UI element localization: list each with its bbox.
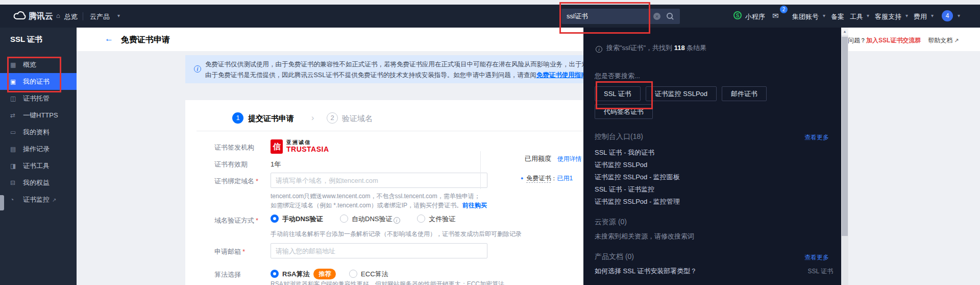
nav-divider [83, 12, 83, 20]
nav-mini-program[interactable]: 小程序 [745, 12, 765, 21]
radio-icon [417, 215, 425, 223]
suggest-tags-row1: SSL 证书证书监控 SSLPod邮件证书 [595, 86, 772, 101]
help-doc-link[interactable]: 帮助文档 [928, 37, 952, 44]
console-see-more-link[interactable]: 查看更多 [804, 133, 829, 142]
radio-label: RSA算法 [282, 270, 309, 278]
sidebar-item-overview[interactable]: ▦概览 [0, 56, 77, 73]
nav-group-account[interactable]: 集团账号 [792, 12, 819, 21]
required-asterisk: * [256, 217, 258, 224]
folder-icon: ▭ [10, 124, 18, 141]
sidebar-item-one-click-https[interactable]: ⇄一键HTTPS [0, 107, 77, 124]
nav-billing[interactable]: 费用 [914, 12, 927, 21]
algo-help: RSA对浏览器和客户端的兼容性更好，但对网站服务器的性能开销更大；ECC加密算法 [271, 280, 504, 285]
console-entry-item[interactable]: SSL 证书 - 我的证书 [595, 148, 654, 157]
brand-name[interactable]: 腾讯云 [29, 11, 53, 22]
buy-paid-cert-link[interactable]: 前往购买 [462, 202, 487, 209]
quota-used-label: 已用额度 [525, 155, 551, 162]
chevron-down-icon: ▾ [931, 13, 934, 18]
tag-ssl-cert[interactable]: SSL 证书 [595, 86, 641, 101]
sidebar-item-my-profile[interactable]: ▭我的资料 [0, 124, 77, 140]
chevron-down-icon: ▾ [905, 13, 908, 18]
info-icon[interactable]: i [394, 217, 400, 224]
tencent-cloud-logo-icon[interactable] [12, 11, 27, 22]
bullet-dot-icon: ● [521, 176, 523, 181]
hosting-icon: ◫ [10, 90, 18, 107]
join-group-link[interactable]: 加入SSL证书交流群 [866, 37, 921, 44]
mini-program-icon: S [733, 11, 742, 19]
info-icon: i [596, 46, 602, 53]
quota-divider [480, 151, 481, 189]
nav-products[interactable]: 云产品 [90, 12, 110, 21]
tag-email-cert[interactable]: 邮件证书 [722, 86, 767, 101]
doc-result-item[interactable]: 如何选择 SSL 证书安装部署类型？ [595, 267, 697, 276]
tag-sslpod[interactable]: 证书监控 SSLPod [646, 86, 717, 101]
sidebar-item-my-benefits[interactable]: ⊟我的权益 [0, 174, 77, 191]
search-result-summary: i搜索"ssl证书"，共找到 118 条结果 [595, 43, 706, 53]
domain-help2: 如需绑定泛域名（例如 *.tencent.com）或者绑定IP，请购买付费证书。… [271, 201, 487, 210]
sidebar-collapse-handle[interactable] [0, 195, 4, 210]
tag-code-sign-cert[interactable]: 代码签名证书 [595, 104, 653, 119]
quota-item-value[interactable]: 已用1 [557, 175, 573, 182]
cloud-resource-empty-text: 未搜索到相关资源，请修改搜索词 [595, 232, 694, 241]
nav-overview[interactable]: 总览 [64, 12, 78, 21]
sidebar-item-label: 我的资料 [23, 128, 50, 136]
quota-item: ●免费证书：已用1 [521, 174, 573, 183]
step-1-circle: 1 [232, 112, 243, 124]
email-field[interactable] [271, 243, 487, 258]
algo-options: RSA算法推荐 ECC算法 [271, 269, 388, 279]
clear-search-icon[interactable]: × [653, 13, 660, 20]
sidebar-item-my-certificates[interactable]: ▣我的证书 [0, 73, 77, 90]
search-icon[interactable] [667, 13, 674, 20]
domain-help2-text: 如需绑定泛域名（例如 *.tencent.com）或者绑定IP，请购买付费证书。 [271, 202, 462, 209]
step-2-circle: 2 [327, 112, 338, 124]
radio-ecc[interactable]: ECC算法 [349, 270, 388, 278]
sidebar-item-operation-log[interactable]: ▤操作记录 [0, 140, 77, 157]
radio-label: 手动DNS验证 [282, 215, 323, 223]
radio-rsa[interactable]: RSA算法 [271, 270, 309, 278]
required-asterisk: * [242, 248, 245, 255]
scrollbar-thumb[interactable] [842, 37, 848, 236]
avatar[interactable]: 4 [942, 10, 953, 21]
radio-label: 自动DNS验证 [352, 215, 392, 223]
radio-manual-dns[interactable]: 手动DNS验证 [271, 215, 323, 223]
nav-support[interactable]: 客服支持 [875, 12, 901, 21]
back-arrow-icon[interactable]: ← [105, 34, 113, 44]
mail-badge: 2 [780, 6, 788, 13]
sidebar-item-cert-hosting[interactable]: ◫证书托管 [0, 90, 77, 107]
algo-label: 算法选择 [214, 270, 241, 279]
https-icon: ⇄ [10, 107, 18, 124]
radio-auto-dns[interactable]: 自动DNS验证i [340, 215, 400, 223]
validity-value: 1年 [271, 160, 281, 169]
docs-see-more-link[interactable]: 查看更多 [804, 253, 829, 262]
chevron-down-icon: ▾ [867, 13, 869, 18]
nav-tools[interactable]: 工具 [850, 12, 863, 21]
radio-file-verify[interactable]: 文件验证 [417, 215, 455, 223]
usage-detail-link[interactable]: 使用详情 [557, 155, 582, 162]
result-suffix: 条结果 [685, 44, 707, 52]
domain-label-text: 证书绑定域名 [214, 177, 254, 185]
benefits-icon: ⊟ [10, 175, 18, 192]
chevron-down-icon: ▾ [117, 13, 120, 18]
domain-input[interactable] [271, 173, 487, 188]
panel-scrollbar[interactable]: ▲ [841, 28, 848, 285]
docs-section-title: 产品文档 (0) [595, 252, 634, 262]
sidebar-item-cert-monitor[interactable]: ◔证书监控↗ [0, 191, 77, 208]
domain-help1: tencent.com只赠送www.tencent.com，不包含ssl.ten… [271, 192, 480, 201]
sidebar-item-cert-tools[interactable]: ◨证书工具 [0, 157, 77, 174]
scroll-up-arrow-icon[interactable]: ▲ [841, 28, 848, 35]
console-entry-item[interactable]: 证书监控 SSLPod [595, 160, 647, 170]
step-2-label: 验证域名 [342, 114, 373, 124]
sidebar-item-label: 证书工具 [23, 162, 50, 170]
result-count: 118 [674, 44, 685, 52]
search-results-panel: i搜索"ssl证书"，共找到 118 条结果 您是否要搜索... SSL 证书证… [583, 28, 848, 285]
console-entry-item[interactable]: 证书监控 SSLPod - 监控管理 [595, 197, 680, 206]
console-entry-item[interactable]: 证书监控 SSLPod - 监控面板 [595, 173, 680, 182]
sidebar-item-label: 一键HTTPS [23, 111, 58, 119]
nav-beian[interactable]: 备案 [831, 12, 844, 21]
mail-icon[interactable]: ✉ [772, 11, 779, 20]
search-input[interactable] [561, 9, 653, 24]
console-entry-item[interactable]: SSL 证书 - 证书监控 [595, 185, 654, 194]
sidebar-item-label: 概览 [23, 61, 36, 68]
issuer-label: 证书签发机构 [214, 143, 254, 152]
top-navbar: 腾讯云 ⌂ 总览 云产品 ▾ × S 小程序 ✉ 2 集团账号 ▾ 备案 工具 … [0, 5, 980, 28]
